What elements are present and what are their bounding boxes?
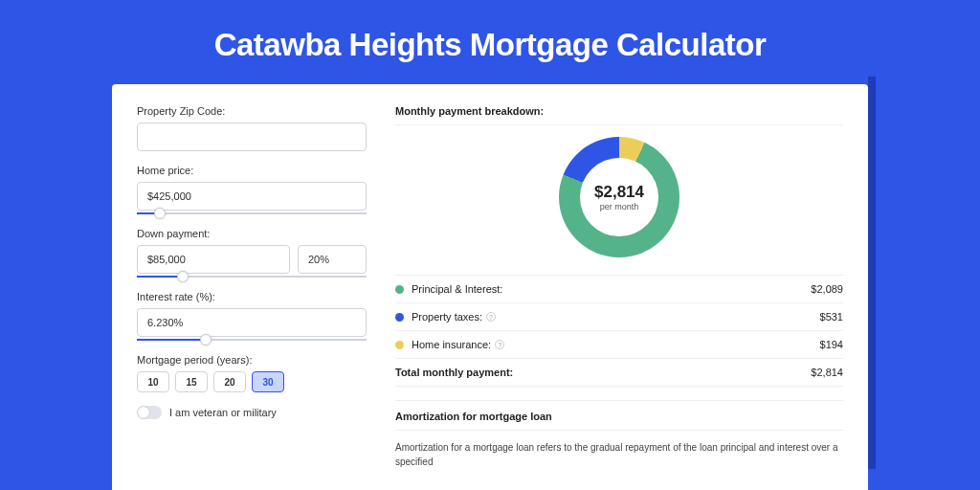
veteran-row: I am veteran or military	[137, 406, 367, 419]
amortization-body: Amortization for a mortgage loan refers …	[395, 431, 843, 469]
payment-donut-chart: $2,814 per month	[559, 137, 679, 257]
legend-label-taxes: Property taxes: ?	[412, 311, 820, 323]
home-price-slider-thumb[interactable]	[154, 208, 166, 219]
interest-rate-input[interactable]	[137, 308, 367, 337]
donut-amount: $2,814	[594, 183, 644, 202]
down-payment-slider[interactable]	[137, 276, 367, 278]
zip-input[interactable]	[137, 122, 367, 151]
down-payment-pct-input[interactable]	[298, 245, 367, 274]
interest-rate-label: Interest rate (%):	[137, 291, 367, 302]
zip-label: Property Zip Code:	[137, 105, 367, 117]
period-option-30[interactable]: 30	[252, 371, 284, 392]
legend-value-total: $2,814	[811, 367, 843, 378]
donut-wrap: $2,814 per month	[395, 137, 843, 257]
breakdown-heading: Monthly payment breakdown:	[395, 105, 843, 125]
period-option-20[interactable]: 20	[213, 371, 246, 392]
down-payment-slider-thumb[interactable]	[177, 271, 189, 282]
legend-row-total: Total monthly payment: $2,814	[395, 359, 843, 387]
veteran-label: I am veteran or military	[169, 407, 277, 418]
down-payment-label: Down payment:	[137, 228, 367, 239]
legend-value-principal: $2,089	[811, 283, 843, 295]
interest-rate-field: Interest rate (%):	[137, 291, 367, 341]
period-option-15[interactable]: 15	[175, 371, 208, 392]
interest-rate-slider[interactable]	[137, 339, 367, 341]
help-icon[interactable]: ?	[495, 340, 504, 349]
legend-row-principal: Principal & Interest: $2,089	[395, 276, 843, 303]
donut-center: $2,814 per month	[559, 137, 679, 257]
legend-label-principal: Principal & Interest:	[412, 283, 811, 295]
breakdown-column: Monthly payment breakdown: $2,814 per mo…	[395, 105, 843, 469]
help-icon[interactable]: ?	[486, 312, 496, 322]
home-price-input[interactable]	[137, 182, 367, 211]
interest-rate-slider-thumb[interactable]	[200, 334, 212, 345]
calculator-card: Property Zip Code: Home price: Down paym…	[112, 84, 868, 490]
legend-value-insurance: $194	[820, 339, 843, 350]
veteran-toggle[interactable]	[137, 406, 162, 419]
page-title: Catawba Heights Mortgage Calculator	[0, 0, 980, 84]
down-payment-input[interactable]	[137, 245, 290, 274]
home-price-field: Home price:	[137, 165, 367, 214]
down-payment-slider-fill	[137, 276, 183, 278]
legend-label-insurance: Home insurance: ?	[412, 339, 820, 350]
legend-value-taxes: $531	[820, 311, 843, 323]
down-payment-field: Down payment:	[137, 228, 367, 278]
home-price-label: Home price:	[137, 165, 367, 176]
legend-text-principal: Principal & Interest:	[412, 283, 502, 295]
swatch-blue-icon	[395, 313, 404, 322]
legend-row-insurance: Home insurance: ? $194	[395, 331, 843, 359]
amortization-heading: Amortization for mortgage loan	[395, 400, 843, 431]
mortgage-period-field: Mortgage period (years): 10 15 20 30	[137, 354, 367, 392]
legend-label-total: Total monthly payment:	[395, 367, 811, 378]
mortgage-period-label: Mortgage period (years):	[137, 354, 367, 366]
legend-row-taxes: Property taxes: ? $531	[395, 303, 843, 331]
zip-field: Property Zip Code:	[137, 105, 367, 151]
swatch-green-icon	[395, 285, 404, 294]
donut-sub: per month	[600, 202, 639, 212]
form-column: Property Zip Code: Home price: Down paym…	[137, 105, 367, 469]
mortgage-period-group: 10 15 20 30	[137, 371, 367, 392]
legend-text-insurance: Home insurance:	[412, 339, 491, 350]
legend-text-taxes: Property taxes:	[412, 311, 482, 323]
home-price-slider[interactable]	[137, 212, 367, 214]
swatch-yellow-icon	[395, 341, 404, 349]
period-option-10[interactable]: 10	[137, 371, 169, 392]
interest-rate-slider-fill	[137, 339, 206, 341]
breakdown-legend: Principal & Interest: $2,089 Property ta…	[395, 275, 843, 387]
